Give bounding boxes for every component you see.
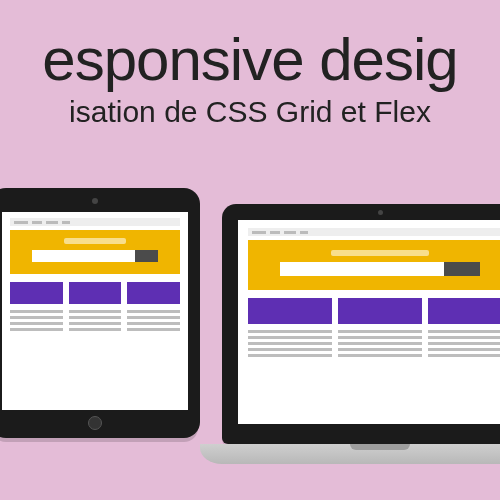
page-subtitle: isation de CSS Grid et Flex bbox=[0, 95, 500, 129]
mock-search-button bbox=[135, 250, 158, 262]
mock-card bbox=[127, 282, 180, 304]
laptop-lid bbox=[222, 204, 500, 444]
laptop-device bbox=[200, 204, 500, 464]
mock-hero bbox=[10, 230, 180, 274]
mock-column bbox=[338, 298, 422, 360]
page-title: esponsive desig bbox=[0, 28, 500, 91]
mock-hero bbox=[248, 240, 500, 290]
mock-columns bbox=[248, 298, 500, 360]
mock-search-bar bbox=[280, 262, 480, 276]
tablet-screen bbox=[2, 212, 188, 410]
tablet-home-button-icon bbox=[88, 416, 102, 430]
device-stage bbox=[0, 162, 500, 482]
laptop-base bbox=[200, 444, 500, 464]
mock-column bbox=[127, 282, 180, 334]
tablet-device bbox=[0, 188, 200, 438]
mock-card bbox=[338, 298, 422, 324]
laptop-screen bbox=[238, 220, 500, 424]
mock-hero-heading bbox=[331, 250, 429, 256]
mock-hero-heading bbox=[64, 238, 126, 244]
mock-column bbox=[248, 298, 332, 360]
mock-card bbox=[248, 298, 332, 324]
laptop-camera-icon bbox=[378, 210, 383, 215]
tablet-camera-icon bbox=[92, 198, 98, 204]
mock-search-bar bbox=[32, 250, 158, 262]
mock-column bbox=[10, 282, 63, 334]
mock-menubar bbox=[10, 218, 180, 226]
mock-card bbox=[10, 282, 63, 304]
mock-card bbox=[428, 298, 500, 324]
mock-column bbox=[428, 298, 500, 360]
mock-column bbox=[69, 282, 122, 334]
mock-menubar bbox=[248, 228, 500, 236]
title-block: esponsive desig isation de CSS Grid et F… bbox=[0, 28, 500, 129]
mock-card bbox=[69, 282, 122, 304]
mock-search-button bbox=[444, 262, 480, 276]
mock-columns bbox=[10, 282, 180, 334]
